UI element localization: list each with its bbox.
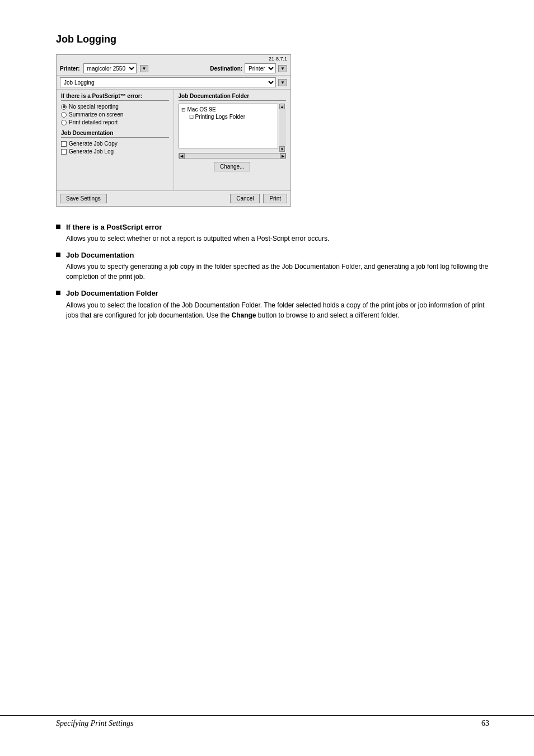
footer-left: Specifying Print Settings [56,719,133,728]
folder-item-drive: ⊟ Mac OS 9E [181,106,276,113]
radio-no-special-circle [61,104,67,110]
footer-right-buttons: Cancel Print [230,194,287,203]
list-item-job-doc: Job Documentation Allows you to specify … [56,250,489,282]
dialog-top-bar: Printer: magicolor 2550 ▼ Destination: P… [57,62,291,76]
list-item-postscript: If there is a PostScript error Allows yo… [56,222,489,244]
folder-tree-container: ⊟ Mac OS 9E ☐ Printing Logs Folder ▲ ▼ [179,104,287,152]
section-title: Job Logging [56,34,489,45]
scroll-left-btn[interactable]: ◀ [179,153,185,159]
dialog-version: 21-8.7.1 [57,55,291,62]
bullet-content-2: Job Documentation Allows you to specify … [66,250,489,282]
print-button[interactable]: Print [263,194,287,203]
printer-arrow[interactable]: ▼ [140,65,149,72]
scroll-up-btn[interactable]: ▲ [279,104,285,109]
list-item-job-doc-folder: Job Documentation Folder Allows you to s… [56,288,489,320]
checkbox-generate-log[interactable]: Generate Job Log [61,148,169,155]
bullet-desc-2: Allows you to specify generating a job c… [66,262,489,282]
radio-print-detailed[interactable]: Print detailed report [61,119,169,125]
folder-icon: ☐ [189,114,194,120]
right-panel: Job Documentation Folder ⊟ Mac OS 9E ☐ P… [174,90,291,190]
scroll-down-btn[interactable]: ▼ [279,146,285,152]
drive-label: Mac OS 9E [188,106,216,113]
checkbox-generate-copy[interactable]: Generate Job Copy [61,141,169,147]
bullet-title-2: Job Documentation [66,250,489,260]
radio-summarize-circle [61,112,67,118]
job-doc-section: Job Documentation Generate Job Copy Gene… [61,130,169,155]
job-doc-label: Job Documentation [61,130,169,138]
cancel-button[interactable]: Cancel [230,194,260,203]
drive-icon: ⊟ [181,107,186,113]
scroll-right-btn[interactable]: ▶ [280,153,285,159]
change-button[interactable]: Change... [214,162,250,171]
scrollbar-horiz: ◀ ▶ [179,153,287,158]
page: Job Logging 21-8.7.1 Printer: magicolor … [0,0,534,756]
checkbox-log-box [61,149,67,155]
destination-label: Destination: [210,66,242,72]
checkbox-group: Generate Job Copy Generate Job Log [61,141,169,155]
checkbox-copy-box [61,141,67,147]
dialog-body: If there is a PostScript™ error: No spec… [57,90,291,190]
panel-arrow[interactable]: ▼ [278,79,287,86]
bullet-desc-3: Allows you to select the location of the… [66,300,489,320]
left-panel: If there is a PostScript™ error: No spec… [57,90,174,190]
dialog-box: 21-8.7.1 Printer: magicolor 2550 ▼ Desti… [56,54,291,207]
change-bold: Change [232,311,256,319]
right-section-label: Job Documentation Folder [179,93,287,101]
checkbox-copy-label: Generate Job Copy [69,141,118,147]
bullet-content-3: Job Documentation Folder Allows you to s… [66,288,489,320]
radio-no-special[interactable]: No special reporting [61,104,169,110]
bullet-square-3 [56,291,60,295]
page-footer: Specifying Print Settings 63 [0,715,534,728]
bullet-square-2 [56,253,60,257]
destination-select[interactable]: Printer [245,63,276,73]
radio-print-detailed-label: Print detailed report [69,119,118,125]
folder-label: Printing Logs Folder [195,114,246,120]
radio-summarize-label: Summarize on screen [69,111,123,118]
scroll-track-horiz [185,153,280,158]
scrollbar-vert: ▲ ▼ [279,104,286,152]
radio-summarize[interactable]: Summarize on screen [61,111,169,118]
checkbox-log-label: Generate Job Log [69,148,114,155]
bullet-list: If there is a PostScript error Allows yo… [56,222,489,320]
dialog-footer: Save Settings Cancel Print [57,190,291,206]
folder-tree: ⊟ Mac OS 9E ☐ Printing Logs Folder [179,104,279,148]
bullet-title-3: Job Documentation Folder [66,288,489,298]
bullet-title-1: If there is a PostScript error [66,222,489,232]
radio-print-detailed-circle [61,120,67,125]
scroll-track-vert [279,109,286,146]
panel-dropdown-row: Job Logging ▼ [57,76,291,90]
footer-right: 63 [481,719,489,728]
save-settings-button[interactable]: Save Settings [60,194,107,203]
destination-arrow[interactable]: ▼ [278,65,287,72]
postscript-section-label: If there is a PostScript™ error: [61,93,169,101]
bullet-desc-1: Allows you to select whether or not a re… [66,234,489,244]
printer-select[interactable]: magicolor 2550 [83,63,137,73]
bullet-content-1: If there is a PostScript error Allows yo… [66,222,489,244]
radio-group: No special reporting Summarize on screen… [61,104,169,125]
folder-item-logs: ☐ Printing Logs Folder [189,114,276,120]
radio-no-special-label: No special reporting [69,104,119,110]
bullet-square-1 [56,225,60,229]
printer-label: Printer: [60,66,80,72]
destination-group: Destination: Printer ▼ [210,63,287,73]
panel-select[interactable]: Job Logging [60,77,276,87]
